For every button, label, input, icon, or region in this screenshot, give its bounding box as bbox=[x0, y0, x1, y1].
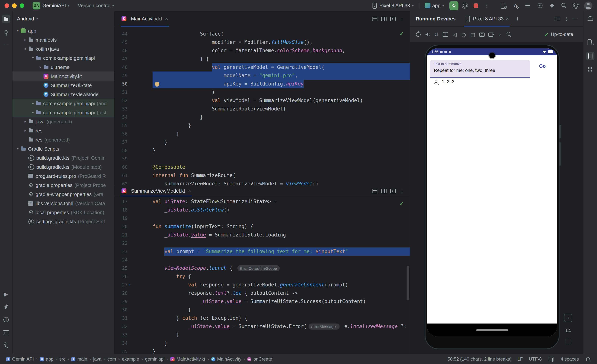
tree-item-build-gradle-kts[interactable]: Gbuild.gradle.kts(Module :app) bbox=[13, 162, 114, 171]
chevron-down-icon[interactable]: ▾ bbox=[15, 29, 21, 32]
tree-item-com-example-geminiapi[interactable]: ▾com.example.geminiapi bbox=[13, 53, 114, 62]
code-line-53[interactable]: 53 SummarizeRoute(viewModel) bbox=[115, 105, 410, 113]
commit-icon[interactable] bbox=[2, 28, 10, 36]
editor-layout-icon[interactable] bbox=[371, 15, 379, 23]
code-line-33[interactable]: 33 } bbox=[115, 331, 410, 339]
tree-item-app[interactable]: ▾app bbox=[13, 26, 114, 35]
file-encoding-widget[interactable]: UTF-8 bbox=[529, 356, 542, 362]
breadcrumb-item-main[interactable]: main bbox=[71, 356, 87, 362]
code-line-24[interactable]: 24 bbox=[115, 256, 410, 264]
code-line-19[interactable]: 19 bbox=[115, 214, 410, 223]
line-number-53[interactable]: 53 bbox=[115, 105, 128, 113]
code-line-32[interactable]: 32 _uiState.value = SummarizeUiState.Err… bbox=[115, 322, 410, 331]
zoom-in-button[interactable]: + bbox=[564, 314, 572, 322]
code-line-45[interactable]: 45 modifier = Modifier.fillMaxSize(), bbox=[115, 38, 410, 46]
split-editor-icon[interactable] bbox=[380, 187, 388, 195]
tree-item-com-example-geminiapi[interactable]: ▸com.example.geminiapi(test bbox=[13, 108, 114, 117]
line-number-29[interactable]: 29 bbox=[115, 297, 128, 306]
notifications-icon[interactable] bbox=[586, 15, 594, 23]
line-number-49[interactable]: 49 bbox=[115, 71, 128, 80]
split-icon[interactable] bbox=[553, 15, 562, 23]
run-config-selector[interactable]: app ▾ bbox=[423, 1, 446, 10]
code-line-58[interactable]: 58} bbox=[115, 147, 410, 155]
chevron-down-icon[interactable]: ▾ bbox=[22, 47, 28, 51]
close-tab-icon[interactable]: × bbox=[188, 188, 191, 194]
device-manager-icon[interactable] bbox=[499, 1, 508, 10]
line-number-52[interactable]: 52 bbox=[115, 96, 128, 105]
code-line-29[interactable]: 29 _uiState.value = SummarizeUiState.Suc… bbox=[115, 297, 410, 306]
chevron-right-icon[interactable]: ▸ bbox=[30, 101, 36, 105]
fold-icon[interactable] bbox=[441, 30, 450, 39]
settings-icon[interactable] bbox=[461, 1, 469, 10]
stop-app-button[interactable] bbox=[471, 1, 480, 10]
tree-item-manifests[interactable]: ▸manifests bbox=[13, 35, 114, 44]
zoom-reset-button[interactable]: 1:1 bbox=[566, 328, 571, 333]
line-number-19[interactable]: 19 bbox=[115, 214, 128, 223]
line-number-54[interactable]: 54 bbox=[115, 113, 128, 122]
line-number-18[interactable]: 18 bbox=[115, 206, 128, 214]
code-line-22[interactable]: 22 bbox=[115, 239, 410, 248]
close-window-button[interactable] bbox=[5, 3, 9, 8]
run-options-icon[interactable]: ⋮ bbox=[398, 15, 406, 23]
breadcrumb-item-oncreate[interactable]: monCreate bbox=[247, 356, 272, 362]
split-editor-icon[interactable] bbox=[380, 15, 388, 23]
search-icon[interactable] bbox=[560, 1, 568, 10]
chevron-right-icon[interactable]: ▸ bbox=[30, 110, 36, 114]
line-number-26[interactable]: 26 bbox=[115, 272, 128, 281]
chevron-right-icon[interactable]: ▸ bbox=[22, 38, 28, 42]
zoom-mode-icon[interactable] bbox=[505, 30, 513, 39]
go-button[interactable]: Go bbox=[539, 63, 546, 69]
code-line-18[interactable]: 18 _uiState.asStateFlow() bbox=[115, 206, 410, 214]
line-number-62[interactable]: 62 bbox=[115, 180, 128, 185]
line-number-44[interactable]: 44 bbox=[115, 30, 128, 38]
logcat-icon[interactable] bbox=[524, 1, 532, 10]
code-line-51[interactable]: 51 ) bbox=[115, 88, 410, 96]
code-line-61[interactable]: 61internal fun SummarizeRoute( bbox=[115, 171, 410, 180]
chevron-down-icon[interactable]: ▾ bbox=[30, 56, 36, 60]
more-chevron-icon[interactable]: › bbox=[496, 30, 504, 39]
code-editor[interactable]: ✓ 44 Surface(45 modifier = Modifier.fill… bbox=[115, 27, 410, 185]
line-number-17[interactable]: 17 bbox=[115, 198, 128, 206]
code-line-23[interactable]: 23 val prompt = "Summarize the following… bbox=[115, 248, 410, 256]
tree-item-proguard-rules-pro[interactable]: proguard-rules.pro(ProGuard R bbox=[13, 171, 114, 180]
zoom-window-button[interactable] bbox=[20, 3, 24, 8]
editor-layout-icon[interactable] bbox=[371, 187, 379, 195]
code-line-59[interactable]: 59 bbox=[115, 155, 410, 163]
line-number-61[interactable]: 61 bbox=[115, 171, 128, 180]
line-number-45[interactable]: 45 bbox=[115, 38, 128, 46]
line-number-47[interactable]: 47 bbox=[115, 55, 128, 63]
line-number-60[interactable]: 60 bbox=[115, 163, 128, 171]
code-line-30[interactable]: 30 } bbox=[115, 306, 410, 314]
code-line-26[interactable]: 26 try { bbox=[115, 272, 410, 281]
line-number-25[interactable]: 25 bbox=[115, 264, 128, 272]
device-selector[interactable]: Pixel 8 API 33 ▾ bbox=[369, 1, 416, 10]
code-editor[interactable]: ✓ 17val uiState: StateFlow<SummarizeUiSt… bbox=[115, 197, 410, 354]
resource-manager-icon[interactable] bbox=[586, 65, 594, 74]
settings-icon[interactable] bbox=[572, 1, 580, 10]
sdk-manager-icon[interactable] bbox=[511, 1, 520, 10]
close-tab-icon[interactable]: × bbox=[165, 16, 168, 22]
line-number-46[interactable]: 46 bbox=[115, 46, 128, 55]
summarize-input-field[interactable]: Text to summarize Repeat for me: one, tw… bbox=[430, 60, 530, 77]
line-number-32[interactable]: 32 bbox=[115, 322, 128, 331]
build-icon[interactable] bbox=[2, 303, 10, 311]
line-number-48[interactable]: 48 bbox=[115, 63, 128, 71]
code-line-57[interactable]: 57 } bbox=[115, 138, 410, 147]
tree-item-java[interactable]: ▸java(generated) bbox=[13, 117, 114, 126]
screenshot-icon[interactable] bbox=[478, 30, 486, 39]
code-line-60[interactable]: 60@Composable bbox=[115, 163, 410, 171]
code-line-20[interactable]: 20fun summarize(inputText: String) { bbox=[115, 223, 410, 231]
code-line-31[interactable]: 31 } catch (e: Exception) { bbox=[115, 314, 410, 322]
overview-icon[interactable]: □ bbox=[469, 30, 477, 39]
lock-icon[interactable] bbox=[585, 356, 592, 363]
code-line-46[interactable]: 46 color = MaterialTheme.colorScheme.bac… bbox=[115, 46, 410, 55]
code-line-48[interactable]: 48 val generativeModel = GenerativeModel… bbox=[115, 63, 410, 71]
caret-position-widget[interactable]: 50:52 (140 chars, 2 line breaks) bbox=[448, 356, 511, 362]
tree-item-res[interactable]: ▸res bbox=[13, 126, 114, 135]
breadcrumb-item-geminiapi[interactable]: GeminiAPI bbox=[6, 356, 34, 362]
chevron-down-icon[interactable]: ▾ bbox=[15, 147, 21, 151]
tree-item-com-example-geminiapi[interactable]: ▸com.example.geminiapi(and bbox=[13, 99, 114, 108]
line-number-56[interactable]: 56 bbox=[115, 130, 128, 138]
problems-icon[interactable] bbox=[2, 316, 10, 324]
breadcrumb-item-java[interactable]: java bbox=[93, 356, 102, 362]
